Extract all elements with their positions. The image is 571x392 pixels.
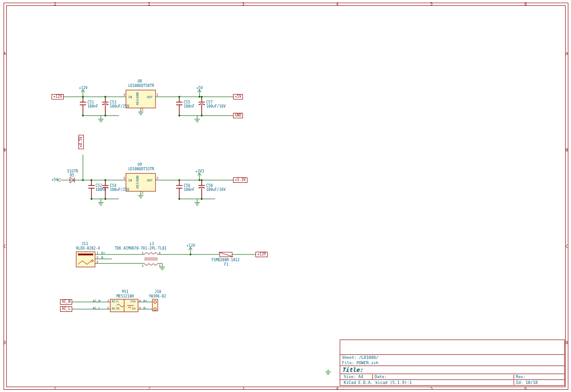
section-ps1 (0, 0, 202, 323)
ruler-r-c: C (566, 244, 568, 249)
tb-size: Size: A4 (342, 375, 372, 379)
ruler-bot-2: 2 (148, 386, 150, 391)
title-block: Sheet: /LD1086/ File: POWER.sch Title: S… (340, 340, 565, 386)
tb-rev: Rev: (514, 375, 562, 379)
ps1-p2: 2 (107, 306, 109, 310)
ps1-vn: -Vo (130, 307, 136, 310)
tb-title: Title: (342, 366, 363, 373)
ruler-r-d: D (566, 340, 568, 345)
ruler-bot-1: 1 (54, 386, 56, 391)
ps1-acn: AC/N (112, 307, 119, 310)
ruler-top-4: 4 (336, 2, 338, 6)
ruler-top-6: 6 (524, 2, 527, 6)
tb-kicad: KiCad E.D.A. kicad (5.1.9)-1 (342, 380, 514, 385)
ruler-bot-5: 5 (430, 386, 433, 391)
ps1-p4: 4 (139, 299, 141, 303)
tb-id: Id: 18/18 (514, 380, 562, 385)
tb-date: Date: (372, 375, 514, 379)
ruler-r-a: A (566, 52, 568, 56)
ps1-bp: B+ (143, 299, 147, 303)
f1-val: FSMD200R-1812 (212, 258, 240, 262)
ps1-val: MES1210H (117, 294, 134, 298)
svg-rect-115 (152, 299, 158, 311)
acn-lbl: AC_N (93, 299, 100, 303)
net-ac-n: AC_N (60, 299, 72, 305)
f1-ref: F1 (224, 263, 229, 267)
ruler-l-d: D (4, 340, 6, 345)
svg-line-104 (219, 252, 233, 257)
net-ac-l: AC_L (60, 306, 72, 312)
ps1-acl: AC/L (112, 300, 119, 303)
ps1-ref: PS1 (122, 290, 128, 294)
j10-val: YW396-02 (149, 294, 166, 298)
ps1-p1: 1 (107, 299, 109, 303)
ps1-vp: +Vo (130, 300, 136, 303)
j10-ref: J10 (155, 290, 161, 294)
ruler-bot-4: 4 (336, 386, 338, 391)
tb-file: File: POWER.sch (342, 361, 378, 365)
ruler-bot-3: 3 (242, 386, 244, 391)
ruler-top-5: 5 (430, 2, 433, 6)
tb-sheet: Sheet: /LD1086/ (342, 355, 378, 360)
stray-gnd (324, 369, 333, 378)
acl-lbl: AC_L (93, 306, 100, 310)
net-12p: +12P (255, 252, 268, 257)
ps1-p3: 3 (139, 306, 141, 310)
ps1-bn: B- (143, 306, 147, 310)
ruler-bot-6: 6 (524, 386, 527, 391)
ruler-r-b: B (566, 148, 568, 152)
